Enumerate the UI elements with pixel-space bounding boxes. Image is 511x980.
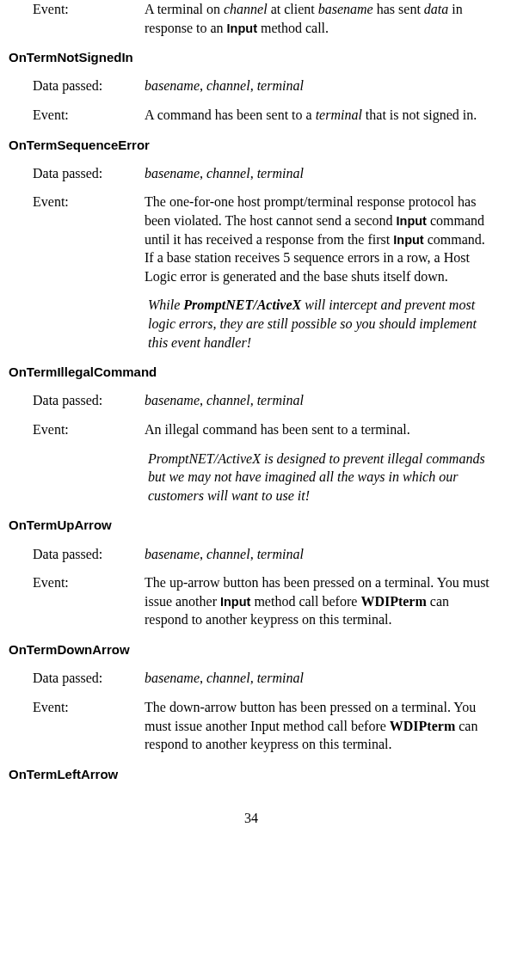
data-desc: basename, channel, terminal <box>145 164 496 183</box>
heading-on-term-not-signed-in: OnTermNotSignedIn <box>9 49 496 66</box>
heading-on-term-left-arrow: OnTermLeftArrow <box>9 766 496 783</box>
event-desc: A command has been sent to a terminal th… <box>145 106 496 125</box>
data-row: Data passed: basename, channel, terminal <box>7 77 496 95</box>
data-label: Data passed: <box>7 77 145 95</box>
event-row: Event: The down-arrow button has been pr… <box>7 698 496 754</box>
data-desc: basename, channel, terminal <box>145 77 496 95</box>
data-desc: basename, channel, terminal <box>145 669 496 688</box>
data-row: Data passed: basename, channel, terminal <box>7 669 496 688</box>
heading-on-term-up-arrow: OnTermUpArrow <box>9 517 496 534</box>
event-row: Event: An illegal command has been sent … <box>7 420 496 439</box>
event-row: Event: A command has been sent to a term… <box>7 106 496 125</box>
event-row: Event: The up-arrow button has been pres… <box>7 573 496 629</box>
page-content: Event: A terminal on channel at client b… <box>0 0 511 828</box>
event-desc: The up-arrow button has been pressed on … <box>145 573 496 629</box>
event-desc: An illegal command has been sent to a te… <box>145 420 496 439</box>
data-label: Data passed: <box>7 164 145 183</box>
note-text: While PromptNET/ActiveX will intercept a… <box>148 296 496 352</box>
data-desc: basename, channel, terminal <box>145 391 496 410</box>
data-row: Data passed: basename, channel, terminal <box>7 391 496 410</box>
event-label: Event: <box>7 698 145 754</box>
heading-on-term-sequence-error: OnTermSequenceError <box>9 137 496 154</box>
event-label: Event: <box>7 573 145 629</box>
event-desc: A terminal on channel at client basename… <box>145 0 496 37</box>
event-desc: The one-for-one host prompt/terminal res… <box>145 193 496 285</box>
data-label: Data passed: <box>7 669 145 688</box>
event-label: Event: <box>7 106 145 125</box>
event-label: Event: <box>7 0 145 37</box>
data-label: Data passed: <box>7 545 145 564</box>
data-row: Data passed: basename, channel, terminal <box>7 164 496 183</box>
note-text: PromptNET/ActiveX is designed to prevent… <box>148 450 496 505</box>
event-label: Event: <box>7 193 145 285</box>
data-row: Data passed: basename, channel, terminal <box>7 545 496 564</box>
data-desc: basename, channel, terminal <box>145 545 496 564</box>
event-desc: The down-arrow button has been pressed o… <box>145 698 496 754</box>
event-label: Event: <box>7 420 145 439</box>
event-row: Event: The one-for-one host prompt/termi… <box>7 193 496 285</box>
event-row: Event: A terminal on channel at client b… <box>7 0 496 37</box>
page-number: 34 <box>7 809 496 828</box>
heading-on-term-down-arrow: OnTermDownArrow <box>9 641 496 658</box>
data-label: Data passed: <box>7 391 145 410</box>
heading-on-term-illegal-command: OnTermIllegalCommand <box>9 364 496 381</box>
